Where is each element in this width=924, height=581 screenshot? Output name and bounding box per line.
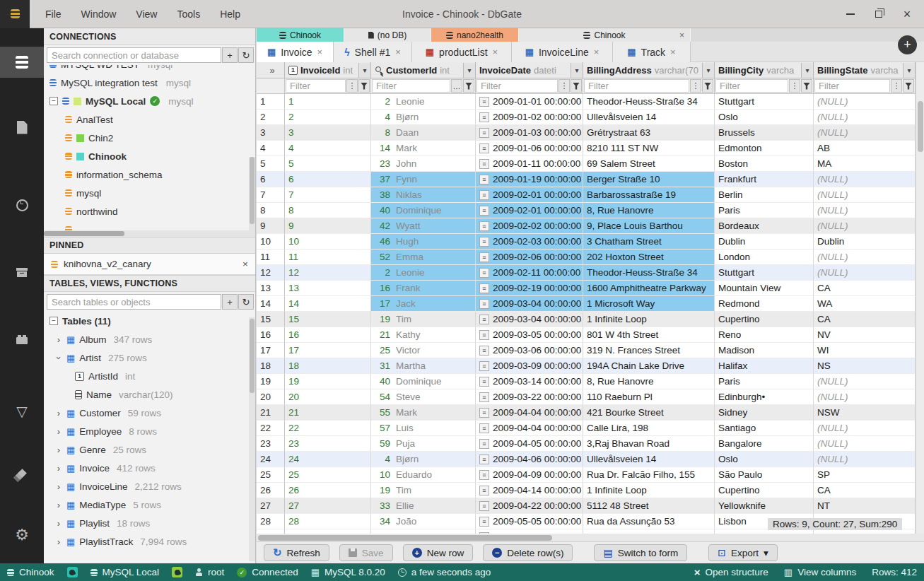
add-table-button[interactable]: + bbox=[222, 294, 238, 310]
cell-customerid[interactable]: 34João bbox=[371, 514, 476, 529]
open-detail-icon[interactable]: ≡ bbox=[479, 346, 489, 356]
filter-menu-button[interactable]: ⋮ bbox=[346, 79, 358, 93]
menu-file[interactable]: File bbox=[37, 6, 70, 23]
row-number-cell[interactable]: 25 bbox=[257, 467, 285, 483]
cell-billingcity[interactable]: Brussels bbox=[715, 125, 814, 141]
column-item-artistid[interactable]: 1ArtistIdint bbox=[44, 367, 255, 385]
open-detail-icon[interactable]: ≡ bbox=[479, 252, 489, 262]
cell-billingcity[interactable]: Oslo bbox=[715, 452, 814, 467]
close-button[interactable]: × bbox=[896, 4, 918, 24]
open-detail-icon[interactable]: ≡ bbox=[479, 315, 489, 324]
cell-invoicedate[interactable]: ≡2009-04-06 00:00:00 bbox=[476, 452, 583, 467]
cell-billingaddress[interactable]: Grétrystraat 63 bbox=[583, 125, 715, 141]
cell-billingcity[interactable]: Boston bbox=[715, 156, 814, 172]
open-detail-icon[interactable]: ≡ bbox=[479, 486, 489, 495]
cell-billingstate[interactable]: SP bbox=[814, 467, 916, 483]
rail-favorites[interactable]: ▽ bbox=[0, 396, 44, 427]
filter-funnel-button[interactable] bbox=[463, 79, 474, 93]
switch-to-form-button[interactable]: ▤Switch to form bbox=[594, 544, 687, 561]
column-menu-chevron-icon[interactable]: ▾ bbox=[702, 63, 714, 78]
cell-billingaddress[interactable]: 194A Chain Lake Drive bbox=[583, 358, 715, 374]
cell-customerid[interactable]: 17Jack bbox=[371, 296, 476, 312]
new-tab-button[interactable]: + bbox=[898, 35, 917, 54]
cell-invoiceid[interactable]: 24 bbox=[285, 452, 371, 467]
open-detail-icon[interactable]: ≡ bbox=[479, 454, 489, 464]
cell-invoiceid[interactable]: 13 bbox=[285, 281, 371, 296]
open-detail-icon[interactable]: ≡ bbox=[479, 206, 489, 216]
cell-customerid[interactable]: 4Bjørn bbox=[371, 452, 476, 467]
cell-customerid[interactable]: 21Kathy bbox=[371, 327, 476, 343]
cell-invoicedate[interactable]: ≡2009-02-06 00:00:00 bbox=[476, 250, 583, 265]
cell-billingstate[interactable]: MA bbox=[814, 156, 916, 172]
filter-funnel-button[interactable] bbox=[801, 79, 812, 93]
cell-billingstate[interactable]: NS bbox=[814, 358, 916, 374]
chevron-right-icon[interactable]: › bbox=[55, 481, 62, 492]
cell-billingcity[interactable]: Cupertino bbox=[715, 312, 814, 327]
cell-billingcity[interactable]: Bangalore bbox=[715, 436, 814, 452]
cell-billingstate[interactable]: (NULL) bbox=[814, 421, 916, 436]
cell-billingstate[interactable]: NT bbox=[814, 498, 916, 514]
row-number-cell[interactable]: 13 bbox=[257, 281, 285, 296]
cell-invoicedate[interactable]: ≡2009-04-22 00:00:00 bbox=[476, 498, 583, 514]
status-theme-badge[interactable] bbox=[67, 567, 78, 577]
cell-billingcity[interactable]: Paris bbox=[715, 203, 814, 218]
cell-billingaddress[interactable]: 801 W 4th Street bbox=[583, 327, 715, 343]
row-number-cell[interactable]: 8 bbox=[257, 203, 285, 218]
collapse-toggle[interactable]: − bbox=[49, 97, 58, 105]
cell-invoicedate[interactable]: ≡2009-03-04 00:00:00 bbox=[476, 296, 583, 312]
cell-customerid[interactable]: 14Mark bbox=[371, 141, 476, 156]
open-detail-icon[interactable]: ≡ bbox=[479, 517, 489, 527]
tables-vertical-scrollbar[interactable] bbox=[249, 317, 255, 561]
cell-invoiceid[interactable]: 18 bbox=[285, 358, 371, 374]
cell-customerid[interactable]: 54Steve bbox=[371, 389, 476, 405]
open-detail-icon[interactable]: ≡ bbox=[479, 112, 489, 122]
cell-customerid[interactable]: 42Wyatt bbox=[371, 218, 476, 234]
close-tab-icon[interactable]: × bbox=[317, 47, 323, 57]
connection-item-mysql-local[interactable]: −MySQL Local✓mysql bbox=[44, 92, 255, 110]
chevron-right-icon[interactable]: › bbox=[55, 445, 62, 455]
cell-billingaddress[interactable]: 1 Microsoft Way bbox=[583, 296, 715, 312]
cell-billingstate[interactable]: (NULL) bbox=[814, 172, 916, 187]
cell-invoiceid[interactable]: 27 bbox=[285, 498, 371, 514]
row-number-cell[interactable]: 10 bbox=[257, 234, 285, 250]
cell-invoicedate[interactable]: ≡2009-02-11 00:00:00 bbox=[476, 265, 583, 281]
cell-invoiceid[interactable]: 9 bbox=[285, 218, 371, 234]
filter-menu-button[interactable]: ⋮ bbox=[559, 79, 570, 93]
row-number-cell[interactable]: 18 bbox=[257, 358, 285, 374]
cell-invoicedate[interactable]: ≡2009-03-14 00:00:00 bbox=[476, 374, 583, 389]
tables-scrollbar-thumb[interactable] bbox=[250, 319, 255, 393]
connection-search-input[interactable]: Search connection or database bbox=[47, 47, 221, 63]
status-open-structure[interactable]: ×Open structure bbox=[694, 566, 768, 578]
cell-customerid[interactable]: 57Luis bbox=[371, 421, 476, 436]
close-tab-icon[interactable]: × bbox=[670, 47, 676, 57]
grid-horizontal-scrollbar[interactable] bbox=[257, 534, 924, 541]
chevron-right-icon[interactable]: › bbox=[55, 536, 62, 547]
db-tab-chinook[interactable]: Chinook× bbox=[519, 28, 691, 42]
table-item-artist[interactable]: ›▦Artist275 rows bbox=[44, 348, 255, 367]
tab-invoiceline[interactable]: ▦InvoiceLine× bbox=[512, 42, 613, 62]
tab-track[interactable]: ▦Track× bbox=[613, 42, 691, 62]
cell-invoicedate[interactable]: ≡2009-03-06 00:00:00 bbox=[476, 343, 583, 358]
cell-billingcity[interactable]: Mountain View bbox=[715, 281, 814, 296]
cell-billingaddress[interactable]: Ullevålsveien 14 bbox=[583, 110, 715, 125]
tab-productlist[interactable]: ▦productList× bbox=[412, 42, 512, 62]
cell-invoicedate[interactable]: ≡2009-01-11 00:00:00 bbox=[476, 156, 583, 172]
add-connection-button[interactable]: + bbox=[222, 47, 238, 63]
filter-input[interactable]: Filter bbox=[372, 79, 450, 93]
column-menu-chevron-icon[interactable]: ▾ bbox=[358, 63, 370, 78]
cell-billingcity[interactable]: Frankfurt bbox=[715, 172, 814, 187]
table-item-invoiceline[interactable]: ›▦InvoiceLine2,212 rows bbox=[44, 477, 255, 495]
cell-billingcity[interactable]: Halifax bbox=[715, 358, 814, 374]
cell-invoiceid[interactable]: 10 bbox=[285, 234, 371, 250]
cell-billingcity[interactable]: Oslo bbox=[715, 110, 814, 125]
filter-funnel-button[interactable] bbox=[358, 79, 370, 93]
connections-vertical-scrollbar[interactable] bbox=[249, 157, 255, 237]
filter-funnel-button[interactable] bbox=[571, 79, 582, 93]
cell-invoiceid[interactable]: 3 bbox=[285, 125, 371, 141]
cell-billingstate[interactable]: CA bbox=[814, 483, 916, 498]
filter-menu-button[interactable]: ⋮ bbox=[789, 79, 800, 93]
cell-invoicedate[interactable]: ≡2009-04-14 00:00:00 bbox=[476, 483, 583, 498]
cell-invoicedate[interactable]: ≡2009-02-01 00:00:00 bbox=[476, 203, 583, 218]
cell-billingcity[interactable]: Madison bbox=[715, 343, 814, 358]
row-number-cell[interactable]: 20 bbox=[257, 389, 285, 405]
